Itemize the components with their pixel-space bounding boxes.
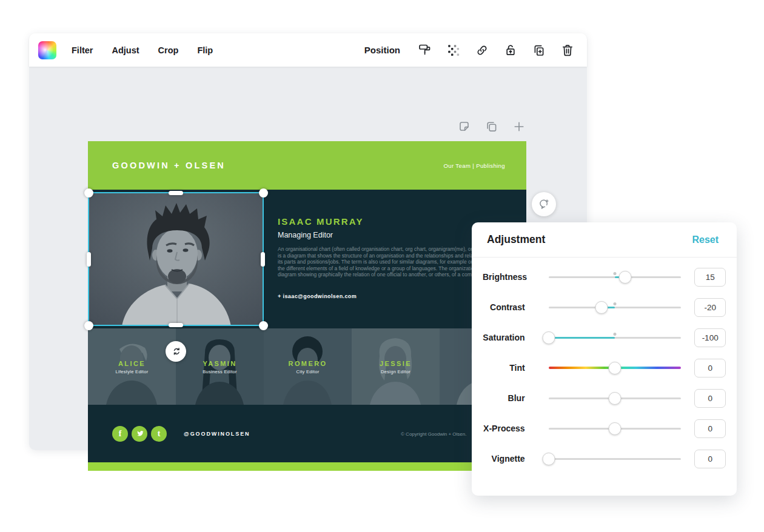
slider-track-line — [549, 307, 682, 308]
add-page-icon[interactable] — [512, 120, 526, 133]
design-footer-strip[interactable] — [88, 462, 526, 471]
team-member-label: JESSIE Design Editor — [352, 360, 440, 374]
slider-value-input-vignette[interactable]: 0 — [694, 450, 726, 468]
toolbar-menu: Filter Adjust Crop Flip — [72, 45, 213, 55]
slider-track-contrast[interactable] — [549, 301, 682, 314]
paint-roller-icon[interactable] — [418, 43, 432, 58]
menu-item-filter[interactable]: Filter — [72, 45, 93, 55]
team-member-photo[interactable]: YASMIN Business Editor — [176, 328, 264, 405]
slider-value-input-brightness[interactable]: 15 — [694, 268, 726, 287]
adjustment-panel: Adjustment Reset Brightness15Contrast-20… — [472, 222, 737, 496]
page-tools — [458, 120, 526, 133]
team-member-role: Business Editor — [176, 369, 264, 374]
slider-track-vignette[interactable] — [549, 452, 682, 465]
resize-handle-right[interactable] — [261, 252, 265, 267]
slider-fill — [549, 337, 615, 339]
toolbar: Filter Adjust Crop Flip Position — [29, 33, 587, 67]
transparency-icon[interactable] — [446, 43, 461, 58]
team-member-photo[interactable]: ALICE Lifestyle Editor — [88, 328, 176, 405]
slider-row-tint: Tint0 — [472, 353, 737, 383]
slider-track-x-process[interactable] — [549, 422, 682, 435]
slider-zero-marker — [613, 302, 616, 305]
slider-row-saturation: Saturation-100 — [472, 322, 737, 353]
design-canvas[interactable]: GOODWIN + OLSEN Our Team | Publishing — [88, 141, 526, 471]
team-member-label: ROMERO City Editor — [264, 360, 352, 374]
selected-photo[interactable] — [88, 192, 264, 326]
reset-button[interactable]: Reset — [692, 234, 719, 245]
lock-icon[interactable] — [503, 43, 518, 58]
resize-handle-bottom-left[interactable] — [84, 321, 93, 330]
add-comment-button[interactable] — [532, 192, 556, 216]
slider-value-input-tint[interactable]: 0 — [694, 359, 726, 377]
slider-track-line — [549, 458, 682, 460]
slider-value-input-contrast[interactable]: -20 — [694, 298, 726, 317]
notes-icon[interactable] — [458, 120, 471, 133]
facebook-icon[interactable]: f — [112, 426, 128, 442]
slider-label-brightness: Brightness — [483, 272, 525, 282]
resize-handle-top-right[interactable] — [259, 188, 268, 198]
copyright-text[interactable]: © Copyright Goodwin + Olsen. — [401, 431, 466, 436]
duplicate-icon[interactable] — [532, 43, 546, 58]
link-icon[interactable] — [475, 43, 489, 58]
slider-row-vignette: Vignette0 — [472, 444, 737, 474]
menu-item-flip[interactable]: Flip — [197, 45, 213, 55]
menu-item-adjust[interactable]: Adjust — [112, 45, 139, 55]
team-row: ALICE Lifestyle Editor YA — [88, 328, 526, 405]
slider-value-input-x-process[interactable]: 0 — [694, 419, 726, 438]
resize-handle-bottom-right[interactable] — [259, 321, 268, 330]
team-member-photo[interactable]: ROMERO City Editor — [264, 328, 352, 405]
slider-row-blur: Blur0 — [472, 383, 737, 413]
slider-handle-saturation[interactable] — [542, 331, 555, 344]
menu-item-crop[interactable]: Crop — [158, 45, 179, 55]
social-icons: f t — [112, 426, 167, 442]
slider-row-contrast: Contrast-20 — [472, 292, 737, 322]
slider-track-blur[interactable] — [549, 391, 682, 405]
slider-zero-marker — [614, 272, 617, 275]
slider-label-contrast: Contrast — [483, 302, 525, 312]
twitter-icon[interactable] — [132, 426, 147, 442]
tumblr-icon[interactable]: t — [151, 426, 167, 442]
slider-label-blur: Blur — [483, 393, 525, 403]
slider-handle-blur[interactable] — [608, 392, 621, 405]
header-nav-text[interactable]: Our Team | Publishing — [443, 162, 505, 169]
rotate-handle[interactable] — [166, 341, 186, 362]
trash-icon[interactable] — [560, 43, 575, 58]
resize-handle-top[interactable] — [169, 191, 183, 195]
team-member-role: Design Editor — [352, 369, 440, 374]
slider-row-x-process: X-Process0 — [472, 413, 737, 444]
duplicate-page-icon[interactable] — [485, 120, 498, 133]
team-member-photo[interactable]: JESSIE Design Editor — [352, 328, 440, 405]
team-member-name: YASMIN — [176, 360, 264, 367]
slider-label-vignette: Vignette — [483, 454, 525, 464]
slider-rows: Brightness15Contrast-20Saturation-100Tin… — [472, 258, 737, 474]
slider-value-input-blur[interactable]: 0 — [694, 389, 726, 408]
panel-header: Adjustment Reset — [472, 222, 737, 258]
design-footer[interactable]: f t @GOODWINOLSEN © Copyright Goodwin + … — [88, 405, 526, 462]
team-member-label: YASMIN Business Editor — [176, 360, 264, 374]
position-button[interactable]: Position — [364, 45, 400, 55]
team-member-role: Lifestyle Editor — [88, 369, 176, 374]
social-handle-text[interactable]: @GOODWINOLSEN — [184, 431, 250, 437]
slider-zero-marker — [613, 333, 616, 336]
slider-row-brightness: Brightness15 — [472, 262, 737, 292]
app: Filter Adjust Crop Flip Position — [0, 0, 764, 532]
design-header-band[interactable]: GOODWIN + OLSEN Our Team | Publishing — [88, 141, 526, 190]
toolbar-right: Position — [364, 43, 575, 58]
team-member-label: ALICE Lifestyle Editor — [88, 360, 176, 374]
slider-handle-contrast[interactable] — [595, 301, 608, 314]
brand-text[interactable]: GOODWIN + OLSEN — [112, 161, 226, 170]
slider-track-saturation[interactable] — [549, 331, 682, 344]
slider-handle-x-process[interactable] — [608, 422, 621, 435]
team-member-role: City Editor — [264, 369, 352, 374]
slider-handle-tint[interactable] — [608, 362, 621, 374]
slider-handle-vignette[interactable] — [542, 453, 555, 465]
color-swatch-icon[interactable] — [38, 41, 56, 59]
slider-value-input-saturation[interactable]: -100 — [694, 328, 726, 347]
slider-handle-brightness[interactable] — [618, 271, 631, 284]
slider-track-brightness[interactable] — [549, 270, 681, 284]
slider-track-tint[interactable] — [549, 361, 682, 374]
resize-handle-left[interactable] — [87, 252, 91, 267]
resize-handle-bottom[interactable] — [169, 323, 183, 327]
slider-label-x-process: X-Process — [483, 424, 525, 433]
resize-handle-top-left[interactable] — [84, 188, 93, 198]
